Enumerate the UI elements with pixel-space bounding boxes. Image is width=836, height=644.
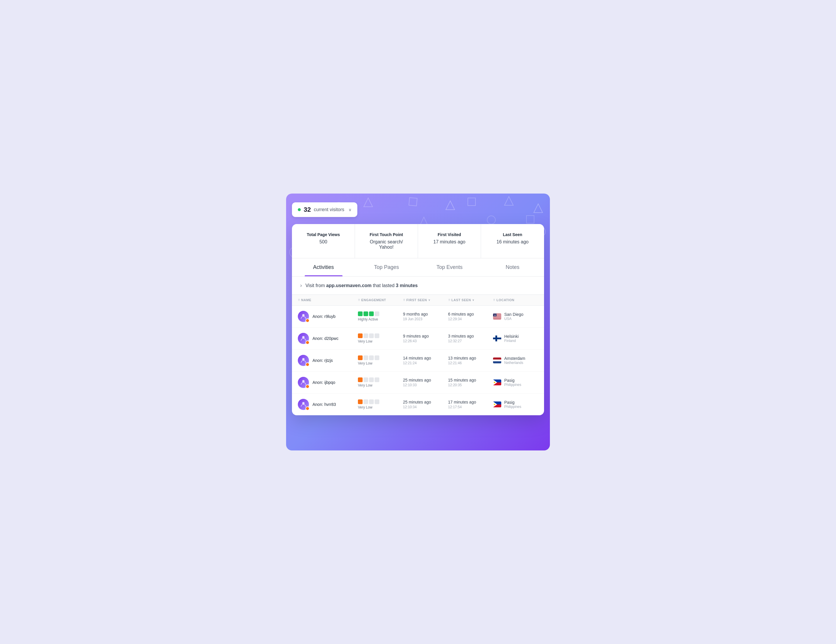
tab-notes[interactable]: Notes: [481, 258, 544, 276]
table-row[interactable]: Anon: r9luyb Highly Active 9 months ago …: [292, 306, 544, 328]
engagement-bars: [358, 355, 403, 360]
stat-value-first-visited: 17 minutes ago: [425, 239, 474, 245]
location-country: Philippines: [504, 383, 521, 387]
user-name: Anon: d20pwc: [312, 336, 338, 341]
avatar: [298, 333, 309, 344]
location-country: Netherlands: [504, 361, 525, 365]
avatar: [298, 311, 309, 322]
user-cell: Anon: hvrr83: [298, 399, 358, 410]
last-seen-main: 13 minutes ago: [448, 356, 493, 360]
stat-last-seen: Last Seen 16 minutes ago: [481, 224, 544, 258]
stat-label-page-views: Total Page Views: [299, 232, 348, 237]
svg-point-13: [487, 216, 495, 224]
engagement-bar: [369, 311, 374, 316]
first-seen-main: 9 months ago: [403, 312, 448, 316]
th-name: ⠿ NAME: [298, 298, 358, 302]
user-cell: Anon: d20pwc: [298, 333, 358, 344]
flag-icon: [493, 335, 501, 342]
location-city: San Diego: [504, 312, 523, 317]
svg-rect-20: [493, 318, 501, 318]
svg-rect-10: [526, 216, 534, 223]
first-seen-main: 25 minutes ago: [403, 400, 448, 404]
last-seen-cell: 17 minutes ago 12:17:54: [448, 400, 493, 409]
engagement-bar: [369, 378, 374, 382]
svg-text:★: ★: [494, 314, 496, 316]
table-row[interactable]: Anon: rjtzjs Very Low 14 minutes ago 12:…: [292, 350, 544, 371]
svg-rect-29: [493, 358, 501, 360]
grid-icon: ⠿: [448, 299, 451, 302]
location-country: USA: [504, 317, 523, 321]
engagement-cell: Very Low: [358, 355, 403, 365]
first-seen-main: 14 minutes ago: [403, 356, 448, 360]
app-container: 32 current visitors ∨ Total Page Views 5…: [286, 194, 550, 450]
avatar-badge: [305, 384, 310, 389]
svg-marker-2: [446, 201, 455, 210]
tab-activities[interactable]: Activities: [292, 258, 355, 276]
th-last-seen[interactable]: ⠿ LAST SEEN ∨: [448, 298, 493, 302]
engagement-bar: [369, 355, 374, 360]
sort-icon-last-seen: ∨: [472, 299, 475, 301]
user-name: Anon: rjtzjs: [312, 358, 333, 363]
first-seen-cell: 14 minutes ago 12:21:24: [403, 356, 448, 365]
flag-icon: ★: [493, 314, 501, 319]
user-name: Anon: ijbpqo: [312, 380, 335, 385]
engagement-bar: [358, 378, 362, 382]
last-seen-main: 17 minutes ago: [448, 400, 493, 404]
engagement-bar: [358, 399, 362, 404]
flag-icon: ☀: [493, 402, 501, 407]
location-info: Helsinki Finland: [504, 334, 519, 343]
avatar-badge: [305, 407, 310, 410]
visitor-pill[interactable]: 32 current visitors ∨: [292, 202, 357, 217]
engagement-bar: [358, 311, 362, 316]
th-first-seen[interactable]: ⠿ FIRST SEEN ∨: [403, 298, 448, 302]
avatar: [298, 355, 309, 366]
location-cell: Amsterdam Netherlands: [493, 356, 538, 365]
tab-top-events[interactable]: Top Events: [418, 258, 481, 276]
location-cell: ☀ Pasig Philippines: [493, 378, 538, 387]
avatar-badge: [305, 319, 310, 323]
stat-label-first-touch: First Touch Point: [362, 232, 411, 237]
engagement-cell: Very Low: [358, 333, 403, 343]
tab-top-pages[interactable]: Top Pages: [355, 258, 418, 276]
avatar: [298, 399, 309, 410]
last-seen-cell: 13 minutes ago 12:21:46: [448, 356, 493, 365]
user-name: Anon: r9luyb: [312, 314, 336, 319]
last-seen-cell: 15 minutes ago 12:20:35: [448, 378, 493, 387]
grid-icon: ⠿: [298, 299, 300, 302]
svg-rect-31: [493, 361, 501, 363]
table-header: ⠿ NAME ⠿ ENGAGEMENT ⠿ FIRST SEEN ∨ ⠿ L: [292, 295, 544, 306]
table-row[interactable]: Anon: ijbpqo Very Low 25 minutes ago 12:…: [292, 371, 544, 394]
stat-first-visited: First Visited 17 minutes ago: [418, 224, 481, 258]
location-country: Finland: [504, 339, 519, 343]
location-info: Amsterdam Netherlands: [504, 356, 525, 365]
visit-banner[interactable]: › Visit from app.usermaven.com that last…: [292, 276, 544, 295]
engagement-bar: [364, 311, 368, 316]
table-row[interactable]: Anon: hvrr83 Very Low 25 minutes ago 12:…: [292, 394, 544, 415]
last-seen-sub: 12:29:34: [448, 317, 493, 321]
engagement-bar: [375, 355, 379, 360]
location-cell: ★ San Diego USA: [493, 312, 538, 321]
first-seen-sub: 19 Jun 2023: [403, 317, 448, 321]
engagement-bar: [364, 333, 368, 338]
engagement-bar: [369, 399, 374, 404]
user-cell: Anon: rjtzjs: [298, 355, 358, 366]
location-info: San Diego USA: [504, 312, 523, 321]
flag-icon: ☀: [493, 379, 501, 385]
engagement-bar: [375, 311, 379, 316]
engagement-label: Very Low: [358, 405, 403, 409]
first-seen-main: 25 minutes ago: [403, 378, 448, 382]
svg-point-32: [302, 380, 305, 382]
engagement-bar: [358, 333, 362, 338]
first-seen-sub: 12:10:34: [403, 405, 448, 409]
svg-rect-30: [493, 360, 501, 361]
svg-rect-9: [468, 198, 475, 206]
svg-rect-27: [495, 335, 497, 342]
stat-value-page-views: 500: [299, 239, 348, 245]
engagement-label: Very Low: [358, 339, 403, 343]
engagement-label: Highly Active: [358, 317, 403, 321]
engagement-bars: [358, 333, 403, 338]
location-cell: ☀ Pasig Philippines: [493, 400, 538, 409]
first-seen-sub: 12:21:24: [403, 361, 448, 365]
table-row[interactable]: Anon: d20pwc Very Low 9 minutes ago 12:2…: [292, 328, 544, 350]
stats-row: Total Page Views 500 First Touch Point O…: [292, 224, 544, 258]
